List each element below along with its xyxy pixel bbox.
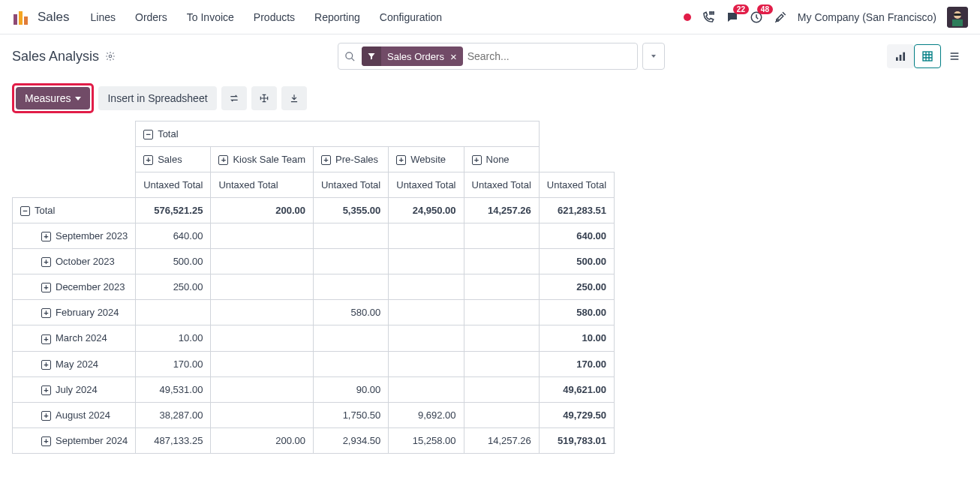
view-list-button[interactable]: [941, 44, 968, 68]
measures-highlight: Measures: [12, 83, 94, 113]
data-cell: 500.00: [136, 249, 211, 274]
svg-point-5: [713, 11, 714, 12]
col-group-header[interactable]: +Pre-Sales: [313, 147, 388, 172]
expand-icon[interactable]: +: [396, 155, 406, 165]
nav-item[interactable]: Lines: [91, 11, 116, 23]
app-name[interactable]: Sales: [38, 10, 70, 25]
collapse-icon[interactable]: −: [20, 206, 30, 216]
data-cell: 14,257.26: [464, 198, 539, 224]
phone-icon[interactable]: [702, 10, 715, 24]
top-nav: Sales LinesOrdersTo InvoiceProductsRepor…: [0, 0, 980, 34]
data-cell: [389, 351, 464, 376]
download-button[interactable]: [281, 86, 307, 110]
row-header[interactable]: −Total: [13, 198, 136, 224]
search-icon[interactable]: [338, 51, 362, 62]
data-cell: 640.00: [136, 224, 211, 249]
nav-item[interactable]: Orders: [135, 11, 167, 23]
measure-header[interactable]: Untaxed Total: [313, 172, 388, 198]
data-cell: 38,287.00: [136, 402, 211, 428]
nav-item[interactable]: Configuration: [380, 11, 442, 23]
nav-item[interactable]: Products: [254, 11, 295, 23]
col-total-header[interactable]: −Total: [136, 122, 540, 147]
expand-icon[interactable]: +: [41, 386, 51, 395]
row-header[interactable]: +February 2024: [13, 300, 136, 326]
page-title: Sales Analysis: [12, 49, 99, 64]
top-right: 22 48 My Company (San Francisco): [684, 7, 968, 28]
svg-point-6: [709, 13, 710, 14]
expand-icon[interactable]: +: [41, 308, 51, 318]
measures-button[interactable]: Measures: [16, 87, 90, 110]
funnel-icon[interactable]: [362, 46, 381, 66]
view-switcher: [887, 44, 968, 68]
row-header[interactable]: +July 2024: [13, 376, 136, 402]
data-cell: 10.00: [136, 326, 211, 351]
data-cell: 170.00: [539, 351, 614, 376]
corner-cell: [13, 172, 136, 198]
data-cell: [211, 326, 314, 351]
tools-icon[interactable]: [774, 10, 787, 24]
view-graph-button[interactable]: [887, 44, 914, 68]
data-cell: 250.00: [136, 274, 211, 300]
data-cell: [211, 249, 314, 274]
view-pivot-button[interactable]: [914, 44, 941, 68]
expand-icon[interactable]: +: [41, 436, 51, 446]
user-avatar[interactable]: [947, 7, 968, 28]
svg-point-14: [109, 55, 112, 58]
collapse-icon[interactable]: −: [143, 130, 153, 140]
nav-item[interactable]: To Invoice: [187, 11, 234, 23]
expand-icon[interactable]: +: [41, 334, 51, 344]
row-header[interactable]: +December 2023: [13, 274, 136, 300]
expand-icon[interactable]: +: [321, 155, 331, 165]
data-cell: 24,950.00: [389, 198, 464, 224]
col-group-header[interactable]: +None: [464, 147, 539, 172]
filter-chip-label: Sales Orders: [381, 51, 450, 62]
data-cell: 49,729.50: [539, 402, 614, 428]
expand-all-button[interactable]: [251, 86, 277, 110]
gear-icon[interactable]: [105, 51, 116, 62]
measure-header[interactable]: Untaxed Total: [211, 172, 314, 198]
search-options-button[interactable]: [642, 43, 665, 70]
company-selector[interactable]: My Company (San Francisco): [798, 11, 936, 23]
col-group-header[interactable]: +Sales: [136, 147, 211, 172]
data-cell: [389, 249, 464, 274]
row-header[interactable]: +May 2024: [13, 351, 136, 376]
svg-rect-18: [903, 52, 905, 61]
row-header[interactable]: +October 2023: [13, 249, 136, 274]
row-header[interactable]: +September 2024: [13, 428, 136, 453]
table-row: +September 2024487,133.25200.002,934.501…: [13, 428, 615, 453]
expand-icon[interactable]: +: [143, 155, 153, 165]
flip-axis-button[interactable]: [221, 86, 247, 110]
measure-header[interactable]: Untaxed Total: [389, 172, 464, 198]
data-cell: 487,133.25: [136, 428, 211, 453]
data-cell: [211, 351, 314, 376]
expand-icon[interactable]: +: [41, 411, 51, 421]
data-cell: [389, 300, 464, 326]
data-cell: [211, 224, 314, 249]
search-input[interactable]: [467, 44, 637, 69]
row-header[interactable]: +March 2024: [13, 326, 136, 351]
expand-icon[interactable]: +: [41, 283, 51, 292]
measure-header[interactable]: Untaxed Total: [539, 172, 614, 198]
expand-icon[interactable]: +: [218, 155, 228, 165]
chip-remove-icon[interactable]: ×: [450, 50, 463, 63]
insert-spreadsheet-button[interactable]: Insert in Spreadsheet: [98, 86, 216, 110]
svg-rect-13: [954, 14, 961, 16]
nav-item[interactable]: Reporting: [314, 11, 360, 23]
expand-icon[interactable]: +: [41, 232, 51, 242]
data-cell: [464, 326, 539, 351]
measure-header[interactable]: Untaxed Total: [136, 172, 211, 198]
row-header[interactable]: +September 2023: [13, 224, 136, 249]
expand-icon[interactable]: +: [472, 155, 482, 165]
col-group-header[interactable]: +Kiosk Sale Team: [211, 147, 314, 172]
search-box: Sales Orders ×: [338, 43, 638, 70]
data-cell: [389, 376, 464, 402]
messages-icon[interactable]: 22: [726, 10, 739, 24]
expand-icon[interactable]: +: [41, 360, 51, 370]
measure-header[interactable]: Untaxed Total: [464, 172, 539, 198]
expand-icon[interactable]: +: [41, 257, 51, 267]
svg-point-4: [711, 11, 712, 12]
row-header[interactable]: +August 2024: [13, 402, 136, 428]
activities-icon[interactable]: 48: [750, 10, 763, 24]
col-group-header[interactable]: +Website: [389, 147, 464, 172]
data-cell: [313, 224, 388, 249]
